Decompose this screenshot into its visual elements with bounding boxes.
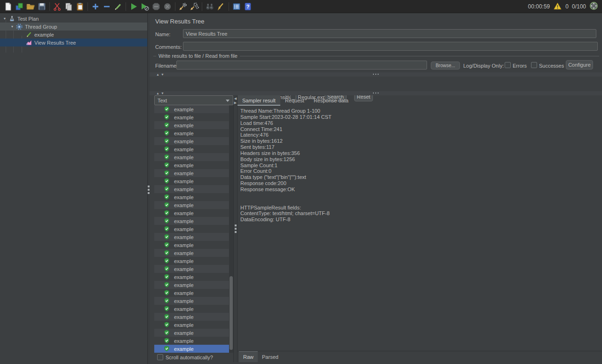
name-input[interactable] <box>183 29 596 38</box>
result-item[interactable]: example <box>154 305 229 313</box>
result-item[interactable]: example <box>154 321 229 329</box>
search-splitter[interactable]: ▲▼ <box>150 72 602 77</box>
result-item[interactable]: example <box>154 177 229 185</box>
success-shield-icon <box>164 106 170 112</box>
splitter-grip-icon[interactable] <box>373 93 379 93</box>
clear-icon[interactable] <box>177 1 189 12</box>
tree-item-example[interactable]: example <box>0 31 147 39</box>
warning-icon[interactable] <box>553 2 562 12</box>
paste-icon[interactable] <box>74 1 86 12</box>
splitter-grip-icon[interactable] <box>235 225 237 233</box>
success-shield-icon <box>164 162 170 168</box>
success-shield-icon <box>164 242 170 248</box>
expand-arrow-icon[interactable]: ▼ <box>2 17 7 20</box>
result-item[interactable]: example <box>154 169 229 177</box>
results-filter-dropdown[interactable]: Text <box>154 95 233 105</box>
tab-response-data[interactable]: Response data <box>309 95 353 106</box>
cut-icon[interactable] <box>52 1 63 12</box>
templates-icon[interactable] <box>14 1 25 12</box>
result-item[interactable]: example <box>154 193 229 201</box>
result-item[interactable]: example <box>154 201 229 209</box>
result-item[interactable]: example <box>154 289 229 297</box>
tab-raw[interactable]: Raw <box>239 351 258 362</box>
result-item[interactable]: example <box>154 233 229 241</box>
result-item[interactable]: example <box>154 105 229 113</box>
configure-button[interactable]: Configure <box>566 60 593 70</box>
result-item[interactable]: example <box>154 185 229 193</box>
stop-icon[interactable] <box>150 1 162 12</box>
result-item-label: example <box>174 107 194 112</box>
result-item[interactable]: example <box>154 241 229 249</box>
file-section-title: Write results to file / Read from file <box>156 53 240 59</box>
splitter-grip-icon[interactable] <box>373 74 379 75</box>
result-item[interactable]: example <box>154 249 229 257</box>
filename-label: Filename <box>155 63 176 69</box>
clear-all-icon[interactable] <box>189 1 200 12</box>
result-item[interactable]: example <box>154 345 229 353</box>
save-icon[interactable] <box>36 1 48 12</box>
tree-item-thread-group[interactable]: ▼ Thread Group <box>0 23 147 31</box>
expand-arrow-icon[interactable]: ▼ <box>10 25 15 28</box>
result-item[interactable]: example <box>154 161 229 169</box>
results-scrollbar-thumb[interactable] <box>230 276 233 350</box>
result-item[interactable]: example <box>154 337 229 345</box>
results-splitter2[interactable]: ▲▼ <box>150 91 602 95</box>
tree-item-test-plan[interactable]: ▼ Test Plan <box>0 15 147 23</box>
success-shield-icon <box>164 298 170 304</box>
search-icon[interactable] <box>204 1 215 12</box>
success-shield-icon <box>164 186 170 192</box>
tab-request[interactable]: Request <box>280 95 309 106</box>
list-detail-splitter[interactable]: ◀▶ <box>233 95 238 362</box>
splitter-collapse-arrows-icon[interactable]: ◀▶ <box>234 96 237 105</box>
result-item[interactable]: example <box>154 257 229 265</box>
thread-group-icon <box>16 23 23 31</box>
successes-checkbox[interactable] <box>531 62 537 68</box>
result-item-label: example <box>174 115 194 120</box>
remove-icon[interactable] <box>101 1 112 12</box>
errors-checkbox[interactable] <box>505 62 511 68</box>
result-item[interactable]: example <box>154 273 229 281</box>
result-item[interactable]: example <box>154 129 229 137</box>
shutdown-icon[interactable] <box>162 1 173 12</box>
result-item-label: example <box>174 330 194 336</box>
result-item[interactable]: example <box>154 281 229 289</box>
result-item[interactable]: example <box>154 217 229 225</box>
toggle-icon[interactable] <box>112 1 124 12</box>
tree-item-label: example <box>34 32 54 38</box>
errors-label: Errors <box>513 63 527 69</box>
new-file-icon[interactable] <box>2 1 14 12</box>
success-shield-icon <box>164 266 170 272</box>
reset-search-icon[interactable] <box>215 1 227 12</box>
splitter-collapse-arrows-icon[interactable]: ▲▼ <box>156 72 166 77</box>
function-helper-icon[interactable] <box>231 1 242 12</box>
result-item-label: example <box>174 178 194 184</box>
result-item[interactable]: example <box>154 113 229 121</box>
result-item[interactable]: example <box>154 313 229 321</box>
start-icon[interactable] <box>128 1 139 12</box>
tab-parsed[interactable]: Parsed <box>258 351 283 362</box>
comments-input[interactable] <box>183 42 598 51</box>
result-item[interactable]: example <box>154 121 229 129</box>
tab-sampler-result[interactable]: Sampler result <box>238 95 280 106</box>
result-item[interactable]: example <box>154 225 229 233</box>
copy-icon[interactable] <box>63 1 74 12</box>
tree-item-view-results-tree[interactable]: View Results Tree <box>0 39 147 46</box>
add-icon[interactable] <box>90 1 101 12</box>
result-item[interactable]: example <box>154 145 229 153</box>
render-mode-tabs: Raw Parsed <box>239 351 283 362</box>
result-item[interactable]: example <box>154 329 229 337</box>
browse-button[interactable]: Browse... <box>431 62 460 70</box>
open-file-icon[interactable] <box>25 1 36 12</box>
help-icon[interactable]: ? <box>242 1 253 12</box>
scroll-automatically-checkbox[interactable] <box>157 354 163 360</box>
result-item-label: example <box>174 258 194 264</box>
result-item[interactable]: example <box>154 265 229 273</box>
start-no-pauses-icon[interactable] <box>139 1 150 12</box>
splitter-collapse-arrows-icon[interactable]: ▲▼ <box>156 91 166 95</box>
result-item[interactable]: example <box>154 209 229 217</box>
filename-input[interactable] <box>176 61 427 70</box>
result-item[interactable]: example <box>154 297 229 305</box>
result-item[interactable]: example <box>154 137 229 145</box>
result-item[interactable]: example <box>154 153 229 161</box>
result-item-label: example <box>174 306 194 312</box>
